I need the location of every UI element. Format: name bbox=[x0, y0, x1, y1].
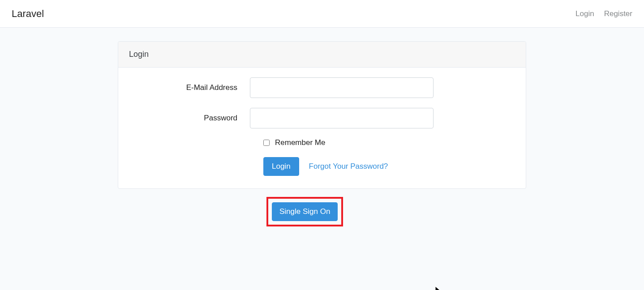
email-row: E-Mail Address bbox=[129, 77, 515, 98]
navbar: Laravel Login Register bbox=[0, 0, 644, 28]
forgot-password-link[interactable]: Forgot Your Password? bbox=[309, 162, 388, 171]
login-card: Login E-Mail Address Password Remember M… bbox=[118, 41, 526, 189]
email-field[interactable] bbox=[250, 77, 434, 98]
remember-row: Remember Me bbox=[129, 138, 515, 147]
nav-login-link[interactable]: Login bbox=[575, 9, 594, 18]
action-row: Login Forgot Your Password? bbox=[129, 157, 515, 176]
main-container: Login E-Mail Address Password Remember M… bbox=[118, 28, 526, 226]
password-input-wrap bbox=[250, 108, 434, 128]
sso-container: Single Sign On bbox=[118, 197, 526, 226]
card-header: Login bbox=[118, 42, 526, 68]
nav-register-link[interactable]: Register bbox=[604, 9, 632, 18]
password-row: Password bbox=[129, 108, 515, 128]
login-button[interactable]: Login bbox=[263, 157, 299, 176]
sso-button[interactable]: Single Sign On bbox=[272, 202, 338, 221]
remember-label: Remember Me bbox=[275, 138, 325, 147]
remember-checkbox[interactable] bbox=[263, 140, 270, 146]
card-body: E-Mail Address Password Remember Me Logi… bbox=[118, 68, 526, 188]
email-input-wrap bbox=[250, 77, 434, 98]
brand-link[interactable]: Laravel bbox=[12, 8, 44, 20]
sso-highlight-box: Single Sign On bbox=[266, 197, 343, 226]
navbar-nav: Login Register bbox=[575, 9, 632, 18]
password-label: Password bbox=[129, 114, 250, 123]
password-field[interactable] bbox=[250, 108, 434, 128]
email-label: E-Mail Address bbox=[129, 83, 250, 92]
